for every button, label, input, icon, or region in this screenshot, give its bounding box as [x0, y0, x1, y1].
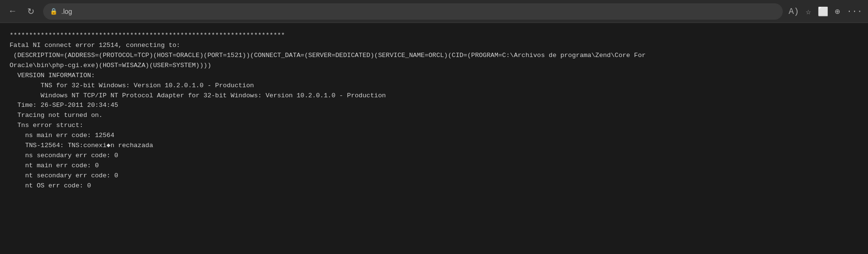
log-line: ns secondary err code: 0: [10, 151, 858, 161]
log-line: Windows NT TCP/IP NT Protocol Adapter fo…: [10, 91, 858, 101]
log-line: TNS-12564: TNS:conexi◆n rechazada: [10, 141, 858, 151]
favorites-button[interactable]: ☆: [806, 6, 811, 17]
lock-icon: 🔒: [50, 8, 57, 15]
refresh-button[interactable]: ↻: [24, 5, 37, 18]
log-line: VERSION INFORMATION:: [10, 71, 858, 81]
log-line: ****************************************…: [10, 31, 858, 41]
log-line: Oracle\bin\php-cgi.exe)(HOST=WISAZA)(USE…: [10, 61, 858, 71]
log-line: ns main err code: 12564: [10, 131, 858, 141]
log-line: (DESCRIPTION=(ADDRESS=(PROTOCOL=TCP)(HOS…: [10, 51, 858, 61]
log-content-area: ****************************************…: [0, 23, 868, 254]
nav-buttons: ← ↻: [6, 5, 37, 18]
browser-toolbar: ← ↻ 🔒 .log A) ☆ ⬜ ⊕ ···: [0, 0, 868, 23]
log-line: Tns error struct:: [10, 121, 858, 131]
log-line: TNS for 32-bit Windows: Version 10.2.0.1…: [10, 81, 858, 91]
log-line: nt main err code: 0: [10, 161, 858, 171]
log-line: Fatal NI connect error 12514, connecting…: [10, 41, 858, 51]
back-button[interactable]: ←: [6, 5, 19, 18]
address-text: .log: [61, 8, 776, 15]
log-line: Time: 26-SEP-2011 20:34:45: [10, 101, 858, 111]
split-screen-button[interactable]: ⬜: [818, 6, 828, 17]
log-line: nt secondary err code: 0: [10, 171, 858, 181]
log-line: Tracing not turned on.: [10, 111, 858, 121]
browser-actions: A) ☆ ⬜ ⊕ ···: [789, 6, 862, 17]
more-options-button[interactable]: ···: [847, 7, 862, 16]
log-line: nt OS err code: 0: [10, 181, 858, 191]
extensions-button[interactable]: ⊕: [835, 6, 840, 17]
read-aloud-button[interactable]: A): [789, 7, 799, 16]
address-bar[interactable]: 🔒 .log: [43, 3, 783, 20]
